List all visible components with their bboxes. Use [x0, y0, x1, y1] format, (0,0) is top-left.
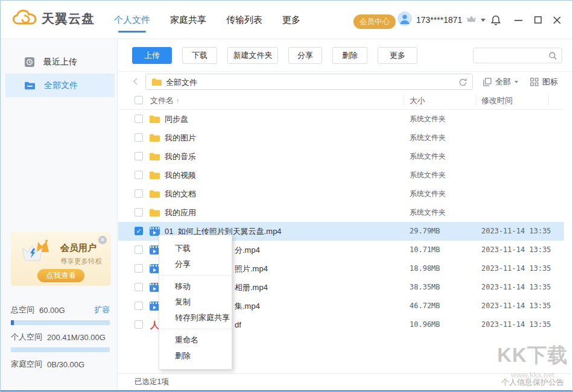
column-date[interactable]: 修改时间	[481, 95, 513, 106]
sort-ascending-icon[interactable]: ↑	[176, 97, 180, 104]
personal-space-label: 个人空间	[11, 332, 42, 343]
avatar	[397, 11, 412, 28]
main-nav: 个人文件家庭共享传输列表更多	[114, 1, 300, 39]
search-input[interactable]	[478, 48, 546, 63]
context-menu-item[interactable]: 分享	[159, 256, 232, 272]
folder-icon	[150, 189, 160, 198]
nav-tab-3[interactable]: 更多	[282, 1, 300, 39]
row-checkbox[interactable]	[135, 245, 143, 254]
file-date: 2023-11-14 13:35	[481, 259, 551, 278]
promo-title: 会员用户	[60, 242, 97, 254]
context-menu-item[interactable]: 删除	[159, 348, 232, 364]
context-menu: 下载分享移动复制转存到家庭共享重命名删除	[159, 235, 232, 370]
table-row[interactable]: 我的文档系统文件夹	[118, 185, 564, 203]
cloud-logo-icon	[13, 9, 37, 28]
table-row[interactable]: 同步盘系统文件夹	[118, 110, 564, 128]
family-space-value: 0B/30.00G	[47, 360, 84, 369]
toolbar-button[interactable]: 分享	[288, 47, 322, 64]
personal-space-value: 200.41M/30.00G	[47, 333, 106, 342]
refresh-icon[interactable]	[458, 78, 467, 89]
row-checkbox[interactable]	[135, 320, 143, 329]
context-menu-item[interactable]: 下载	[159, 241, 232, 256]
table-row[interactable]: 我的应用系统文件夹	[118, 203, 564, 222]
chevron-down-icon	[481, 19, 486, 22]
icon-view-toggle[interactable]: 图标	[530, 76, 558, 88]
minimize-button[interactable]	[514, 1, 522, 39]
row-checkbox[interactable]	[135, 152, 143, 160]
row-checkbox[interactable]	[135, 133, 143, 142]
folder-icon	[150, 171, 160, 180]
sidebar-item-1[interactable]: 全部文件	[5, 74, 115, 97]
file-size: 46.72MB	[410, 297, 440, 315]
row-checkbox[interactable]	[135, 189, 143, 198]
member-promo-banner[interactable]: ✕ 会员用户 尊享更多特权 点我查看	[11, 232, 111, 286]
member-center-button[interactable]: 会员中心	[353, 14, 396, 29]
file-size: 38.35MB	[410, 278, 440, 297]
file-date: 2023-11-14 13:35	[481, 297, 551, 315]
toolbar-button[interactable]: 下载	[182, 47, 217, 64]
promo-cta-button[interactable]: 点我查看	[37, 269, 84, 282]
filter-icon	[483, 78, 492, 86]
address-bar[interactable]: 全部文件	[145, 74, 473, 90]
row-checkbox[interactable]	[135, 115, 143, 123]
filter-dropdown[interactable]: 全部	[483, 76, 518, 88]
personal-space-meter	[11, 320, 110, 325]
nav-tab-0[interactable]: 个人文件	[114, 1, 150, 39]
context-menu-item[interactable]: 移动	[159, 279, 232, 294]
table-row[interactable]: 我的音乐系统文件夹	[118, 147, 564, 166]
nav-tab-1[interactable]: 家庭共享	[170, 1, 206, 39]
expand-storage-link[interactable]: 扩容	[94, 305, 110, 315]
file-name: 我的音乐	[165, 147, 196, 166]
toolbar-button[interactable]: 删除	[332, 47, 367, 64]
folder-icon	[150, 152, 160, 161]
row-checkbox[interactable]	[135, 283, 143, 291]
folder-icon	[150, 208, 160, 217]
table-header: 文件名↑ 大小 修改时间	[118, 91, 564, 110]
file-date: 2023-11-14 13:35	[481, 315, 551, 334]
file-name: 我的文档	[165, 185, 196, 203]
member-crown-icon	[466, 14, 476, 25]
file-name: 我的视频	[165, 166, 196, 185]
column-name: 文件名	[150, 96, 174, 105]
app-window: 天翼云盘 个人文件家庭共享传输列表更多 会员中心 173****1871	[0, 0, 573, 392]
account-menu[interactable]: 173****1871	[397, 13, 486, 27]
toolbar-button[interactable]: 更多	[378, 47, 417, 64]
toolbar-button[interactable]: 上传	[132, 47, 172, 64]
context-menu-item[interactable]: 复制	[159, 294, 232, 310]
table-row[interactable]: 我的视频系统文件夹	[118, 166, 564, 185]
row-checkbox[interactable]	[135, 208, 143, 217]
file-size: 系统文件夹	[410, 110, 446, 128]
blue-folder-icon	[25, 81, 35, 90]
sidebar-list: 最近上传全部文件	[1, 40, 117, 97]
column-divider	[404, 95, 404, 106]
file-size: 系统文件夹	[410, 128, 446, 147]
folder-icon	[152, 78, 162, 89]
column-size[interactable]: 大小	[410, 95, 425, 106]
row-checkbox[interactable]: ✓	[135, 227, 143, 235]
toolbar-button[interactable]: 新建文件夹	[227, 47, 278, 64]
notification-bell-button[interactable]	[490, 1, 501, 39]
nav-tab-2[interactable]: 传输列表	[226, 1, 262, 39]
row-checkbox[interactable]	[135, 171, 143, 179]
column-divider	[476, 95, 476, 106]
context-menu-item[interactable]: 重命名	[159, 332, 232, 348]
file-size: 18.98MB	[410, 259, 440, 278]
grid-view-icon	[530, 78, 539, 86]
close-icon[interactable]: ✕	[98, 236, 107, 244]
table-row[interactable]: 我的图片系统文件夹	[118, 128, 564, 147]
column-divider	[548, 95, 549, 106]
sidebar-item-label: 最近上传	[43, 57, 77, 68]
row-checkbox[interactable]	[135, 302, 143, 310]
privacy-notice-link[interactable]: 个人信息保护公告	[501, 374, 564, 390]
path-bar: 全部文件 全部	[118, 71, 572, 91]
select-all-checkbox[interactable]	[135, 96, 143, 104]
search-icon[interactable]	[548, 51, 557, 63]
maximize-button[interactable]	[534, 1, 542, 39]
row-checkbox[interactable]	[135, 264, 143, 273]
sidebar-item-0[interactable]: 最近上传	[5, 50, 115, 74]
clock-icon	[25, 57, 34, 67]
family-space-meter	[11, 347, 110, 352]
back-button[interactable]	[131, 77, 141, 89]
context-menu-item[interactable]: 转存到家庭共享	[159, 310, 232, 326]
close-button[interactable]	[553, 1, 561, 39]
